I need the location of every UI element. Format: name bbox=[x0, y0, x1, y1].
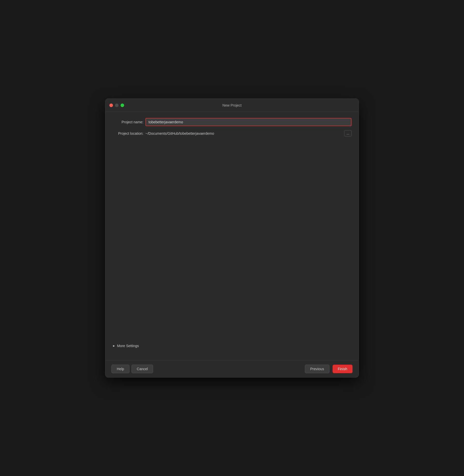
footer-right-buttons: Previous Finish bbox=[305, 365, 353, 373]
project-location-label: Project location: bbox=[112, 131, 145, 135]
location-row-inner: ~/Documents/GitHub/tobebetterjavaerdemo … bbox=[145, 130, 352, 137]
window-title: New Project bbox=[222, 103, 241, 107]
project-location-row: Project location: ~/Documents/GitHub/tob… bbox=[112, 130, 352, 137]
cancel-button[interactable]: Cancel bbox=[131, 365, 153, 373]
footer-left-buttons: Help Cancel bbox=[111, 365, 153, 373]
new-project-dialog: New Project Project name: Project locati… bbox=[105, 98, 359, 378]
more-settings-label: More Settings bbox=[117, 344, 139, 348]
maximize-button[interactable] bbox=[121, 104, 124, 107]
minimize-button[interactable] bbox=[115, 104, 119, 107]
footer: Help Cancel Previous Finish bbox=[105, 360, 359, 377]
finish-button[interactable]: Finish bbox=[333, 365, 353, 373]
browse-button[interactable]: ... bbox=[344, 130, 352, 137]
help-button[interactable]: Help bbox=[111, 365, 129, 373]
close-button[interactable] bbox=[109, 104, 113, 107]
project-name-row: Project name: bbox=[112, 118, 352, 126]
previous-button[interactable]: Previous bbox=[305, 365, 329, 373]
project-name-input[interactable] bbox=[145, 118, 352, 126]
more-settings-arrow-icon: ► bbox=[112, 344, 115, 348]
traffic-lights bbox=[109, 104, 124, 107]
more-settings-toggle[interactable]: ► More Settings bbox=[112, 342, 352, 350]
titlebar: New Project bbox=[105, 99, 359, 112]
content-spacer bbox=[112, 141, 352, 342]
project-location-value: ~/Documents/GitHub/tobebetterjavaerdemo bbox=[145, 131, 344, 135]
content-area: Project name: Project location: ~/Docume… bbox=[105, 112, 359, 360]
project-name-label: Project name: bbox=[112, 120, 145, 124]
